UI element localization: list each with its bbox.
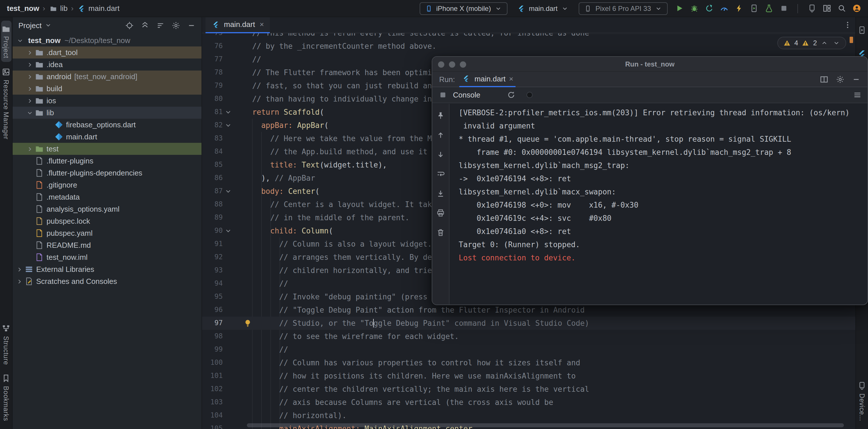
softwrap-button[interactable] bbox=[434, 167, 447, 181]
previous-problem-icon[interactable] bbox=[820, 38, 829, 47]
fold-marker-icon bbox=[224, 227, 232, 235]
split-button[interactable] bbox=[817, 72, 831, 86]
hide-button[interactable] bbox=[849, 72, 863, 86]
inspections-widget[interactable]: 4 2 bbox=[777, 37, 846, 49]
tree-item[interactable]: .idea bbox=[12, 59, 202, 70]
folder-icon bbox=[34, 60, 43, 69]
tree-item[interactable]: External Libraries bbox=[12, 263, 202, 275]
tree-collapsed-icon[interactable] bbox=[15, 278, 24, 285]
settings-button[interactable] bbox=[833, 72, 847, 86]
tree-collapsed-icon[interactable] bbox=[25, 97, 34, 104]
printer-button[interactable] bbox=[434, 206, 447, 220]
scroll-end-button[interactable] bbox=[434, 187, 447, 200]
sidebar-item-structure[interactable]: Structure bbox=[1, 320, 11, 368]
console-tab[interactable]: Console bbox=[453, 91, 480, 99]
close-tab-icon[interactable]: × bbox=[259, 20, 264, 29]
sidebar-item-resource-manager[interactable]: Resource Manager bbox=[1, 64, 11, 142]
coverage-button[interactable] bbox=[762, 1, 776, 15]
tree-collapsed-icon[interactable] bbox=[25, 49, 34, 56]
run-tab-main-dart[interactable]: main.dart × bbox=[460, 71, 516, 87]
tree-item[interactable]: pubspec.lock bbox=[12, 215, 202, 227]
target-device-dropdown[interactable]: Pixel 6 Pro API 33 bbox=[579, 2, 668, 14]
arrow-down-button[interactable] bbox=[434, 147, 447, 161]
profiler-button[interactable] bbox=[717, 1, 731, 15]
tree-item[interactable]: .dart_tool bbox=[12, 46, 202, 59]
zoom-window-button[interactable] bbox=[460, 61, 466, 67]
attach-button[interactable] bbox=[702, 1, 716, 15]
tree-item[interactable]: README.md bbox=[12, 239, 202, 251]
collapse-all-button[interactable] bbox=[138, 19, 152, 32]
layout-inspector-button[interactable] bbox=[820, 1, 834, 15]
breadcrumb-lib[interactable]: lib bbox=[49, 4, 67, 13]
sidebar-item-bookmarks[interactable]: Bookmarks bbox=[1, 370, 11, 424]
device-selector-dropdown[interactable]: iPhone X (mobile) bbox=[420, 2, 508, 14]
tree-item[interactable]: .flutter-plugins-dependencies bbox=[12, 167, 202, 179]
close-tab-icon[interactable]: × bbox=[509, 74, 513, 83]
device-manager-button[interactable] bbox=[805, 1, 818, 15]
options-menu-icon[interactable] bbox=[852, 90, 862, 100]
next-problem-icon[interactable] bbox=[832, 38, 841, 47]
options-button[interactable] bbox=[169, 19, 183, 32]
hide-button[interactable] bbox=[184, 19, 198, 32]
tree-item[interactable]: pubspec.yaml bbox=[12, 227, 202, 239]
console-output[interactable]: [VERBOSE-2:profiler_metrics_ios.mm(203)]… bbox=[450, 104, 867, 304]
sidebar-item-label: Structure bbox=[3, 336, 9, 365]
dark-circle-button[interactable] bbox=[523, 88, 536, 102]
tree-expanded-icon[interactable] bbox=[25, 109, 34, 116]
tree-item[interactable]: Scratches and Consoles bbox=[12, 275, 202, 287]
select-opened-file-button[interactable] bbox=[122, 19, 136, 32]
bolt-button[interactable] bbox=[486, 88, 500, 102]
breadcrumb-file[interactable]: main.dart bbox=[77, 4, 119, 13]
code-text: // This method is rerun every time setSt… bbox=[234, 33, 589, 40]
tree-item[interactable]: android[test_now_android] bbox=[12, 70, 202, 82]
breadcrumb-project[interactable]: test_now bbox=[7, 4, 39, 12]
tree-item[interactable]: main.dart bbox=[12, 131, 202, 143]
device-run-button[interactable] bbox=[747, 1, 761, 15]
minimize-window-button[interactable] bbox=[449, 61, 455, 67]
hot-reload-button[interactable] bbox=[732, 1, 746, 15]
tree-item[interactable]: test_now.iml bbox=[12, 251, 202, 263]
tree-collapsed-icon[interactable] bbox=[15, 266, 24, 273]
more-options-icon[interactable] bbox=[843, 20, 852, 30]
tree-item[interactable]: firebase_options.dart bbox=[12, 119, 202, 131]
stop-icon[interactable] bbox=[438, 90, 447, 100]
sidebar-item-running-devices[interactable] bbox=[857, 22, 867, 38]
tree-item[interactable]: .flutter-plugins bbox=[12, 155, 202, 167]
tree-root[interactable]: test_now~/Desktop/test_now bbox=[12, 34, 202, 46]
tree-collapsed-icon[interactable] bbox=[25, 145, 34, 152]
tree-item[interactable]: ios bbox=[12, 95, 202, 107]
pin-button[interactable] bbox=[434, 108, 447, 122]
stop-button[interactable] bbox=[777, 1, 790, 15]
sort-button[interactable] bbox=[153, 19, 167, 32]
arrow-up-button[interactable] bbox=[434, 128, 447, 142]
run-button[interactable] bbox=[672, 1, 686, 15]
tree-collapsed-icon[interactable] bbox=[25, 73, 34, 80]
line-number: 100 bbox=[202, 356, 223, 369]
run-window-title-bar[interactable]: Run - test_now bbox=[432, 57, 867, 72]
code-line: 100 // Column has various properties to … bbox=[202, 356, 856, 369]
editor-tab-main-dart[interactable]: main.dart × bbox=[206, 17, 270, 33]
tree-collapsed-icon[interactable] bbox=[25, 85, 34, 92]
tree-item[interactable]: build bbox=[12, 82, 202, 95]
pin-icon bbox=[436, 111, 445, 120]
tree-item[interactable]: analysis_options.yaml bbox=[12, 203, 202, 215]
close-window-button[interactable] bbox=[438, 61, 444, 67]
trash-button[interactable] bbox=[434, 225, 447, 239]
sidebar-item-device-manager[interactable]: Device... bbox=[857, 378, 867, 424]
tree-item[interactable]: .metadata bbox=[12, 191, 202, 203]
rerun-button[interactable] bbox=[504, 88, 518, 102]
search-button[interactable] bbox=[835, 1, 848, 15]
run-configuration-dropdown[interactable]: main.dart bbox=[512, 2, 574, 14]
tree-item[interactable]: test bbox=[12, 143, 202, 155]
tree-item-label: Scratches and Consoles bbox=[36, 277, 117, 286]
tree-collapsed-icon[interactable] bbox=[25, 61, 34, 68]
project-view-selector[interactable]: Project bbox=[19, 21, 42, 30]
tree-item[interactable]: lib bbox=[12, 107, 202, 119]
sidebar-item-project[interactable]: Project bbox=[1, 21, 11, 62]
line-number: 103 bbox=[202, 396, 223, 409]
tree-item[interactable]: .gitignore bbox=[12, 179, 202, 191]
debug-button[interactable] bbox=[687, 1, 701, 15]
chevron-down-icon[interactable] bbox=[44, 21, 53, 30]
line-number: 91 bbox=[202, 237, 223, 251]
account-button[interactable] bbox=[849, 1, 863, 15]
